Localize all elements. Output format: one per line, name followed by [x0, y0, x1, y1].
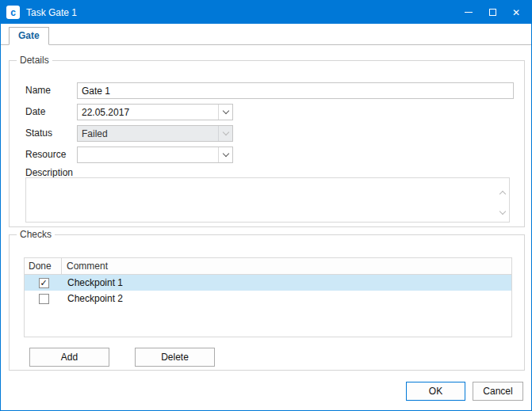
app-icon-glyph: c — [10, 8, 16, 17]
scroll-up-icon[interactable] — [500, 183, 505, 197]
checkbox-checked[interactable]: ✓ — [39, 278, 49, 288]
window-controls: ✕ — [457, 1, 528, 24]
checks-group: Checks Done Comment ✓ Checkpoint 1 Check… — [9, 234, 525, 371]
details-group: Details Name Date 22.05.2017 Status Fail… — [9, 60, 525, 227]
app-icon: c — [6, 6, 20, 19]
checks-legend: Checks — [17, 229, 55, 240]
resource-combo[interactable] — [77, 147, 233, 163]
minimize-icon — [465, 12, 473, 13]
maximize-icon — [489, 9, 496, 16]
checkbox-unchecked[interactable] — [39, 294, 49, 304]
name-input[interactable] — [77, 82, 514, 99]
titlebar[interactable]: c Task Gate 1 ✕ — [1, 1, 531, 24]
column-header-comment[interactable]: Comment — [62, 258, 511, 274]
checks-table: Done Comment ✓ Checkpoint 1 Checkpoint 2 — [24, 257, 512, 337]
date-combo-value: 22.05.2017 — [78, 107, 218, 118]
tab-gate[interactable]: Gate — [9, 27, 49, 45]
cancel-button[interactable]: Cancel — [473, 382, 523, 401]
status-label: Status — [25, 125, 52, 142]
status-chevron-down-icon — [218, 126, 232, 141]
table-header: Done Comment — [25, 258, 511, 275]
comment-cell: Checkpoint 2 — [63, 291, 511, 306]
dialog-window: c Task Gate 1 ✕ Gate Details Name Date 2… — [0, 0, 532, 411]
close-button[interactable]: ✕ — [504, 1, 528, 24]
column-header-done[interactable]: Done — [25, 258, 62, 274]
description-textarea[interactable] — [25, 177, 510, 223]
delete-button[interactable]: Delete — [135, 348, 215, 367]
date-label: Date — [25, 104, 45, 120]
close-icon: ✕ — [512, 7, 520, 18]
details-legend: Details — [17, 55, 52, 66]
maximize-button[interactable] — [480, 1, 504, 24]
name-label: Name — [25, 82, 51, 99]
date-combo[interactable]: 22.05.2017 — [77, 104, 233, 120]
status-combo-value: Failed — [78, 128, 218, 139]
done-cell — [25, 291, 63, 306]
ok-button[interactable]: OK — [406, 382, 465, 401]
done-cell: ✓ — [25, 275, 63, 291]
add-button[interactable]: Add — [29, 348, 109, 367]
resource-chevron-down-icon[interactable] — [218, 147, 232, 162]
tab-strip: Gate — [1, 27, 531, 45]
window-title: Task Gate 1 — [26, 7, 457, 18]
status-combo: Failed — [77, 125, 233, 142]
date-chevron-down-icon[interactable] — [218, 105, 232, 120]
check-icon: ✓ — [40, 279, 47, 287]
resource-label: Resource — [25, 147, 66, 163]
comment-cell: Checkpoint 1 — [63, 275, 511, 291]
table-row[interactable]: Checkpoint 2 — [25, 291, 511, 306]
minimize-button[interactable] — [457, 1, 480, 24]
table-row[interactable]: ✓ Checkpoint 1 — [25, 275, 511, 291]
scroll-down-icon[interactable] — [500, 203, 505, 217]
